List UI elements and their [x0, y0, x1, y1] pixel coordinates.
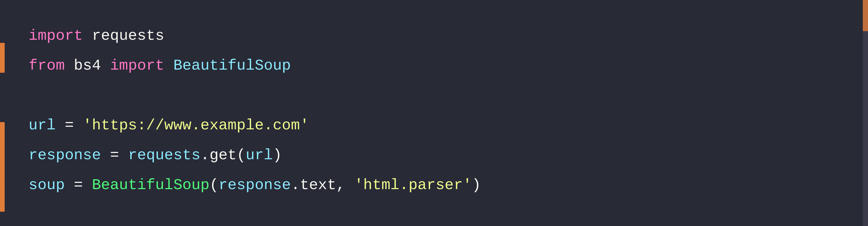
- module-bs4: bs4: [65, 57, 110, 74]
- line-highlight-3: [0, 152, 5, 182]
- open-paren-2: (: [210, 176, 219, 194]
- module-requests: requests: [83, 27, 164, 44]
- obj-requests: requests: [128, 147, 200, 164]
- var-url: url: [29, 117, 56, 134]
- attr-text: .text,: [291, 176, 354, 194]
- keyword-import-1: import: [29, 27, 83, 44]
- close-paren-1: ): [273, 147, 282, 164]
- assign-op-1: =: [56, 117, 83, 134]
- keyword-import-2: import: [110, 57, 164, 74]
- string-url: 'https://www.example.com': [83, 117, 309, 134]
- string-parser: 'html.parser': [354, 176, 472, 194]
- code-line-5: response = requests.get(url): [29, 140, 839, 170]
- close-paren-2: ): [472, 176, 481, 194]
- code-line-1: import requests: [29, 21, 839, 51]
- method-get: .get(: [200, 147, 246, 164]
- func-beautifulsoup: BeautifulSoup: [92, 176, 210, 194]
- line-highlight-1: [0, 43, 5, 73]
- code-content: import requests from bs4 import Beautifu…: [16, 10, 852, 211]
- left-gutter: [0, 0, 5, 226]
- empty-line: [29, 80, 839, 110]
- arg-response: response: [219, 176, 291, 194]
- assign-op-3: =: [65, 176, 92, 194]
- scroll-thumb[interactable]: [863, 0, 868, 31]
- assign-op-2: =: [101, 147, 128, 164]
- code-editor: import requests from bs4 import Beautifu…: [0, 0, 868, 226]
- keyword-from: from: [29, 57, 65, 74]
- line-highlight-4: [0, 182, 5, 212]
- code-line-4: url = 'https://www.example.com': [29, 110, 839, 140]
- var-soup: soup: [29, 176, 65, 194]
- line-highlight-2: [0, 122, 5, 152]
- var-response: response: [29, 147, 101, 164]
- code-line-2: from bs4 import BeautifulSoup: [29, 51, 839, 80]
- arg-url: url: [246, 147, 273, 164]
- code-line-6: soup = BeautifulSoup(response.text, 'htm…: [29, 170, 839, 200]
- scrollbar[interactable]: [863, 0, 868, 226]
- class-beautifulsoup: BeautifulSoup: [164, 57, 291, 74]
